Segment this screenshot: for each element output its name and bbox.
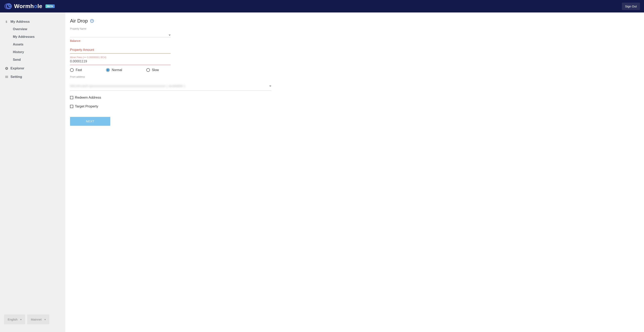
sidebar-section-setting[interactable]: Setting [4, 73, 61, 80]
property-name-label: Property Name [70, 27, 171, 30]
svg-rect-8 [5, 78, 8, 78]
next-button[interactable]: NEXT [70, 117, 110, 126]
from-address-label: From address [70, 76, 271, 78]
sidebar-item-history[interactable]: History [12, 48, 61, 56]
sidebar-section-label: My Address [10, 20, 30, 24]
checkbox-icon [70, 105, 73, 108]
sidebar: $ My Address Overview My Addresses Asset… [0, 12, 65, 332]
network-label: Mainnet [31, 318, 42, 321]
language-select[interactable]: English ▾ [4, 314, 25, 324]
chevron-down-icon: ▾ [20, 318, 22, 321]
help-icon[interactable]: ? [90, 19, 94, 23]
chevron-down-icon [269, 86, 271, 87]
balance-label: Balance: [70, 39, 171, 42]
radio-icon [70, 68, 74, 72]
sidebar-section-label: Setting [10, 75, 22, 79]
sidebar-item-send[interactable]: Send [12, 56, 61, 64]
miner-fees-label: Miner Fees (>= 0.00000001 BCH) [70, 56, 171, 59]
compass-icon [5, 66, 8, 70]
brand-name: Wormhole [14, 3, 42, 10]
dollar-icon: $ [5, 20, 8, 24]
radio-label: Fast [76, 68, 82, 72]
app-header: Wormhole BETA Sign Out [0, 0, 644, 12]
chevron-down-icon: ▾ [44, 318, 46, 321]
wormhole-logo-icon [4, 2, 12, 10]
main-content: Air Drop ? Property Name Balance: Proper… [65, 12, 644, 332]
logo-area: Wormhole BETA [4, 2, 55, 10]
svg-rect-7 [5, 77, 8, 77]
beta-badge: BETA [46, 4, 54, 8]
redeem-address-checkbox[interactable]: Redeem Address [70, 96, 639, 100]
svg-text:$: $ [6, 20, 7, 23]
miner-fees-input[interactable]: 0.00001119 [70, 60, 171, 65]
speed-radio-slow[interactable]: Slow [146, 68, 159, 72]
sidebar-section-my-address[interactable]: $ My Address [4, 18, 61, 25]
svg-rect-6 [5, 76, 8, 76]
speed-radio-group: Fast Normal Slow [70, 68, 171, 72]
chevron-down-icon [169, 34, 171, 36]
property-name-select[interactable] [70, 31, 171, 37]
sidebar-section-label: Explorer [10, 66, 24, 70]
menu-icon [5, 75, 8, 79]
checkbox-label: Redeem Address [75, 96, 101, 100]
sidebar-item-my-addresses[interactable]: My Addresses [12, 33, 61, 41]
radio-icon [106, 68, 110, 72]
sign-out-button[interactable]: Sign Out [622, 2, 640, 10]
speed-radio-fast[interactable]: Fast [70, 68, 82, 72]
checkbox-icon [70, 96, 73, 99]
network-select[interactable]: Mainnet ▾ [27, 314, 49, 324]
sidebar-item-assets[interactable]: Assets [12, 41, 61, 48]
speed-radio-normal[interactable]: Normal [106, 68, 122, 72]
property-amount-input[interactable]: Property Amount [70, 46, 171, 54]
target-property-checkbox[interactable]: Target Property [70, 104, 639, 108]
language-label: English [8, 318, 18, 321]
radio-label: Slow [152, 68, 159, 72]
page-title: Air Drop [70, 18, 88, 24]
from-address-value: bitcoincash:qxxxxxxxxxxxxxxxxxxxxxxxxxxx… [70, 83, 269, 89]
checkbox-label: Target Property [75, 104, 98, 108]
radio-label: Normal [112, 68, 122, 72]
from-address-select[interactable]: bitcoincash:qxxxxxxxxxxxxxxxxxxxxxxxxxxx… [70, 79, 271, 91]
radio-icon [146, 68, 150, 72]
sidebar-item-overview[interactable]: Overview [12, 25, 61, 33]
sidebar-section-explorer[interactable]: Explorer [4, 65, 61, 72]
